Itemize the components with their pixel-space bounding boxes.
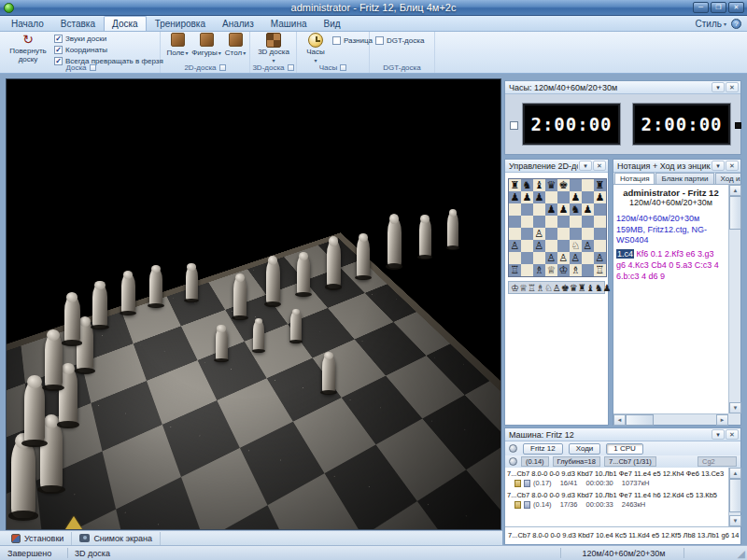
dialog-launcher-icon[interactable] <box>288 64 294 71</box>
resize-grip[interactable]: ◢ <box>738 548 745 560</box>
move-list[interactable]: 1.c4 Кf6 0.1 2.Кf3 e6 3.g3 g6 4.Кc3 Сb4 … <box>613 246 728 284</box>
board-square[interactable]: ♘ <box>570 240 582 252</box>
nav-up-arrow-icon[interactable] <box>65 516 82 529</box>
bookmark-icon[interactable] <box>514 480 521 487</box>
board-square[interactable] <box>594 240 606 252</box>
board-square[interactable] <box>521 240 533 252</box>
chevron-down-icon[interactable]: ▾ <box>712 82 725 92</box>
scrollbar-thumb[interactable] <box>729 196 741 230</box>
board-square[interactable]: ♙ <box>533 240 545 252</box>
chess-piece-3d[interactable] <box>149 268 162 307</box>
scroll-left-button[interactable]: ◄ <box>613 414 626 426</box>
chess-piece-3d[interactable] <box>253 320 264 352</box>
difference-checkbox[interactable]: Разница <box>332 36 373 45</box>
board-square[interactable] <box>570 216 582 228</box>
board-square[interactable] <box>582 191 594 203</box>
notation-vertical-scrollbar[interactable]: ▲ ▼ <box>728 185 740 413</box>
board-square[interactable]: ♟ <box>533 191 545 203</box>
board-square[interactable]: ♜ <box>594 179 606 191</box>
board-square[interactable] <box>557 216 570 228</box>
board-square[interactable] <box>557 191 570 203</box>
board-square[interactable] <box>521 228 533 240</box>
chevron-down-icon[interactable]: ▾ <box>712 429 725 440</box>
board-square[interactable] <box>594 216 606 228</box>
rotate-board-button[interactable]: ↻ Повернуть доску <box>5 33 51 64</box>
board-square[interactable]: ♟ <box>570 191 582 203</box>
board-square[interactable]: ♚ <box>557 179 570 191</box>
board-square[interactable]: ♟ <box>594 191 606 203</box>
board-square[interactable]: ♟ <box>509 191 521 203</box>
ribbon-tab[interactable]: Начало <box>3 16 52 31</box>
board3d-button[interactable]: 3D доска ▾ <box>256 33 291 63</box>
selected-move[interactable]: 1.c4 <box>616 249 634 259</box>
bookmark-icon[interactable] <box>514 501 521 509</box>
palette-piece[interactable]: ♔ <box>511 283 519 293</box>
clock-icon[interactable] <box>524 501 530 509</box>
board-square[interactable] <box>509 203 521 216</box>
board-square[interactable] <box>582 252 594 264</box>
board-square[interactable]: ♗ <box>533 264 545 276</box>
help-icon[interactable]: ? <box>731 19 741 29</box>
board-square[interactable] <box>521 203 533 216</box>
chess-piece-3d[interactable] <box>290 311 302 343</box>
board-square[interactable] <box>582 179 594 191</box>
chess-piece-3d[interactable] <box>357 236 370 279</box>
palette-piece[interactable]: ♙ <box>553 283 561 293</box>
close-icon[interactable]: ✕ <box>726 82 739 92</box>
board-square[interactable]: ♟ <box>582 203 594 216</box>
close-icon[interactable]: ✕ <box>726 161 739 171</box>
chess-piece-3d[interactable] <box>11 439 35 518</box>
clocks-button[interactable]: Часы ▾ <box>301 33 331 63</box>
board-square[interactable]: ♙ <box>533 228 545 240</box>
palette-piece[interactable]: ♖ <box>528 283 536 293</box>
engine-lines[interactable]: 7...Сb7 8.0-0 0-0 9.d3 Кbd7 10.Лb1 Фе7 1… <box>505 468 728 526</box>
dgt-board-checkbox[interactable]: DGT-доска <box>375 36 424 45</box>
board-square[interactable]: ♝ <box>533 179 545 191</box>
board-square[interactable]: ♞ <box>521 179 533 191</box>
board-square[interactable] <box>521 252 533 264</box>
board-square[interactable]: ♙ <box>545 252 557 264</box>
titlebar[interactable]: administrator - Fritz 12, Блиц 4м+2с ─ ❐… <box>0 0 747 16</box>
board-square[interactable] <box>570 179 582 191</box>
palette-piece[interactable]: ♛ <box>570 283 578 293</box>
ribbon-checkbox[interactable]: ✓Координаты <box>54 46 163 54</box>
board-square[interactable] <box>545 216 557 228</box>
notation-tab[interactable]: Бланк партии <box>655 173 713 184</box>
palette-piece[interactable]: ♞ <box>595 283 603 293</box>
board-square[interactable]: ♕ <box>545 264 557 276</box>
chess-piece-3d[interactable] <box>216 328 228 361</box>
board-square[interactable] <box>521 264 533 276</box>
chess-piece-3d[interactable] <box>45 333 63 389</box>
chess-piece-3d[interactable] <box>388 217 402 268</box>
style-menu-button[interactable]: Стиль ▾ <box>696 19 726 29</box>
palette-piece[interactable]: ♚ <box>561 283 570 293</box>
palette-piece[interactable]: ♟ <box>603 283 612 293</box>
chess-piece-3d[interactable] <box>419 217 431 259</box>
board-square[interactable] <box>533 203 545 216</box>
ribbon-2d-button[interactable]: Поле▾ <box>164 33 190 64</box>
cpu-count-field[interactable]: 1 CPU <box>606 443 643 455</box>
board-square[interactable]: ♖ <box>509 264 521 276</box>
chess-piece-3d[interactable] <box>64 296 80 344</box>
scrollbar-thumb[interactable] <box>729 479 741 512</box>
notation-horizontal-scrollbar[interactable]: ◄ ► <box>613 413 728 425</box>
board-square[interactable] <box>533 252 545 264</box>
board-square[interactable] <box>594 203 606 216</box>
ribbon-tab[interactable]: Тренировка <box>147 16 214 31</box>
board-square[interactable] <box>521 216 533 228</box>
board-square[interactable]: ♟ <box>521 191 533 203</box>
chevron-down-icon[interactable]: ▾ <box>712 161 725 171</box>
ribbon-tab[interactable]: Вид <box>315 16 348 31</box>
ribbon-tab[interactable]: Вставка <box>52 16 104 31</box>
maximize-button[interactable]: ❐ <box>711 2 726 13</box>
board-square[interactable]: ♟ <box>557 203 570 216</box>
ribbon-tab[interactable]: Машина <box>262 16 316 31</box>
board-square[interactable] <box>594 228 606 240</box>
palette-piece[interactable]: ♘ <box>544 283 553 293</box>
board-square[interactable] <box>545 240 557 252</box>
clock-icon[interactable] <box>524 480 530 487</box>
board-square[interactable] <box>533 216 545 228</box>
palette-piece[interactable]: ♝ <box>586 283 595 293</box>
board-square[interactable]: ♙ <box>509 240 521 252</box>
scroll-down-button[interactable]: ▼ <box>729 515 741 526</box>
